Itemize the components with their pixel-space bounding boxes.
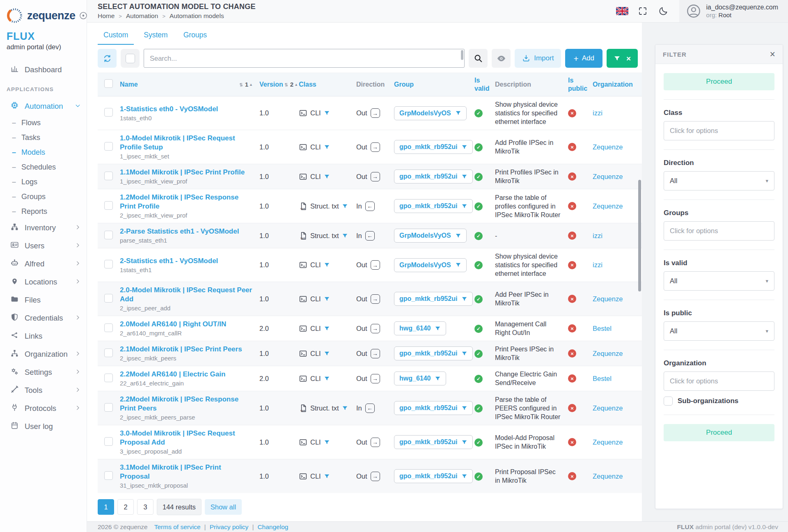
organization-link[interactable]: Zequenze [593, 295, 623, 303]
footer-link-changelog[interactable]: Changelog [257, 523, 288, 531]
model-name-link[interactable]: 1-Statistics eth0 - VyOSModel [120, 105, 253, 114]
filter-input-groups[interactable] [664, 221, 774, 241]
column-header-name[interactable]: Name1▲ [117, 73, 256, 96]
search-input[interactable] [144, 49, 465, 68]
table-scrollbar[interactable] [638, 180, 641, 291]
group-button[interactable]: hwg_6140 [394, 321, 446, 335]
model-name-link[interactable]: 2.2Model Mikrotik | IPSec Response Print… [120, 395, 253, 413]
sidebar-subitem-groups[interactable]: –Groups [0, 189, 87, 204]
group-button[interactable]: GrpModelsVyOS [394, 106, 467, 120]
filter-proceed-button-top[interactable]: Proceed [664, 73, 774, 90]
model-name-link[interactable]: 1.0-Model Mikrotik | IPSec Request Profi… [120, 134, 253, 152]
group-button[interactable]: GrpModelsVyOS [394, 229, 467, 243]
row-checkbox[interactable] [104, 294, 113, 303]
filter-select-is-valid[interactable]: All▾ [664, 271, 774, 291]
model-name-link[interactable]: 2.2Model AR6140 | Electric Gain [120, 370, 253, 379]
class-filter-icon[interactable] [324, 296, 330, 302]
breadcrumb-item-home[interactable]: Home [98, 12, 115, 20]
group-button[interactable]: GrpModelsVyOS [394, 258, 467, 272]
sidebar-subitem-schedules[interactable]: –Schedules [0, 160, 87, 174]
model-name-link[interactable]: 2-Statistics eth1 - VyOSModel [120, 257, 253, 266]
class-filter-icon[interactable] [324, 473, 330, 479]
tab-groups[interactable]: Groups [178, 28, 213, 45]
filter-proceed-button-bottom[interactable]: Proceed [664, 424, 774, 441]
sidebar-item-user-log[interactable]: User log [0, 417, 87, 436]
organization-link[interactable]: Zequenze [593, 404, 623, 412]
filter-select-direction[interactable]: All▾ [664, 171, 774, 190]
language-flag-icon[interactable] [616, 7, 628, 15]
row-checkbox[interactable] [104, 142, 113, 151]
row-checkbox[interactable] [104, 349, 113, 357]
class-filter-icon[interactable] [324, 326, 330, 332]
sidebar-item-tools[interactable]: Tools [0, 381, 87, 399]
organization-link[interactable]: izzi [593, 232, 602, 239]
search-button[interactable] [469, 49, 488, 68]
column-header-organization[interactable]: Organization [589, 73, 642, 96]
row-checkbox[interactable] [104, 403, 113, 412]
sidebar-item-credentials[interactable]: Credentials [0, 309, 87, 327]
fullscreen-icon[interactable] [638, 6, 648, 16]
sidebar-subitem-reports[interactable]: –Reports [0, 204, 87, 219]
model-name-link[interactable]: 2.0-Model Mikrotik | IPSec Request Peer … [120, 286, 253, 304]
footer-link-terms-of-service[interactable]: Terms of service [154, 523, 201, 531]
organization-link[interactable]: Zequenze [593, 472, 623, 480]
organization-link[interactable]: Zequenze [593, 143, 623, 151]
model-name-link[interactable]: 1.1Model Mikrotik | IPSec Print Profile [120, 168, 253, 177]
sidebar-item-users[interactable]: Users [0, 237, 87, 255]
organization-link[interactable]: izzi [593, 109, 602, 117]
sidebar-item-protocols[interactable]: Protocols [0, 399, 87, 417]
filter-select-is-public[interactable]: All▾ [664, 321, 774, 341]
class-filter-icon[interactable] [324, 439, 330, 445]
user-menu[interactable]: ia_docs@zequenze.com org: Root [679, 0, 788, 22]
page-button-2[interactable]: 2 [117, 499, 134, 515]
sidebar-item-inventory[interactable]: Inventory [0, 219, 87, 237]
group-button[interactable]: gpo_mktk_rb952ui [394, 199, 473, 213]
organization-link[interactable]: Zequenze [593, 438, 623, 446]
select-all-rows-checkbox[interactable] [104, 79, 113, 88]
model-name-link[interactable]: 3.1Model Mikrotik | IPSec Print Proposal [120, 463, 253, 481]
sidebar-item-links[interactable]: Links [0, 327, 87, 345]
group-button[interactable]: hwg_6140 [394, 371, 446, 385]
suborg-checkbox[interactable] [664, 397, 673, 406]
row-checkbox[interactable] [104, 231, 113, 239]
sidebar-item-organization[interactable]: Organization [0, 345, 87, 363]
column-header-is_public[interactable]: Is public [565, 73, 589, 96]
sidebar-item-automation[interactable]: Automation [0, 97, 87, 115]
sidebar-item-locations[interactable]: Locations [0, 273, 87, 291]
import-button[interactable]: Import [515, 49, 561, 68]
row-checkbox[interactable] [104, 108, 113, 117]
row-checkbox[interactable] [104, 374, 113, 382]
group-button[interactable]: gpo_mktk_rb952ui [394, 292, 473, 306]
sidebar-item-settings[interactable]: Settings [0, 363, 87, 381]
class-filter-icon[interactable] [324, 174, 330, 180]
search-input-scrollbar[interactable] [461, 50, 463, 60]
sidebar-subitem-flows[interactable]: –Flows [0, 115, 87, 130]
group-button[interactable]: gpo_mktk_rb952ui [394, 469, 473, 483]
group-button[interactable]: gpo_mktk_rb952ui [394, 401, 473, 415]
breadcrumb-item-automation[interactable]: Automation [126, 12, 158, 20]
filter-close-icon[interactable]: × [770, 50, 775, 59]
organization-link[interactable]: Zequenze [593, 350, 623, 357]
sidebar-subitem-logs[interactable]: –Logs [0, 174, 87, 189]
show-all-button[interactable]: Show all [205, 499, 242, 515]
model-name-link[interactable]: 3.0-Model Mikrotik | IPSec Request Propo… [120, 429, 253, 447]
group-button[interactable]: gpo_mktk_rb952ui [394, 435, 473, 449]
row-checkbox[interactable] [104, 471, 113, 480]
dark-mode-moon-icon[interactable] [658, 6, 668, 16]
sort-indicator[interactable]: 1▲ [238, 80, 253, 89]
sidebar-subitem-tasks[interactable]: –Tasks [0, 130, 87, 145]
organization-link[interactable]: Bestel [593, 375, 612, 382]
sort-indicator[interactable]: 2▲ [283, 80, 298, 89]
column-header-group[interactable]: Group [391, 73, 471, 96]
class-filter-icon[interactable] [342, 405, 348, 411]
group-button[interactable]: gpo_mktk_rb952ui [394, 140, 473, 154]
tab-system[interactable]: System [138, 28, 173, 45]
page-button-3[interactable]: 3 [137, 499, 153, 515]
row-checkbox[interactable] [104, 437, 113, 446]
tab-custom[interactable]: Custom [98, 28, 134, 45]
select-all-checkbox[interactable] [126, 54, 135, 63]
row-checkbox[interactable] [104, 323, 113, 332]
model-name-link[interactable]: 2.1Model Mikrotik | IPSec Print Peers [120, 345, 253, 354]
class-filter-icon[interactable] [324, 144, 330, 150]
organization-link[interactable]: Bestel [593, 325, 612, 332]
